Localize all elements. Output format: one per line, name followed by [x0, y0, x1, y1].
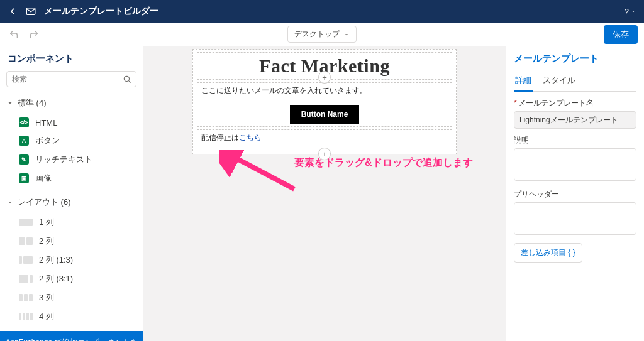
app-title: メールテンプレートビルダー: [44, 6, 158, 17]
builder-toolbar: デスクトップ 保存: [0, 23, 644, 46]
description-label: 説明: [514, 135, 636, 146]
section-layout-label: レイアウト (6): [18, 197, 71, 208]
html-icon: </>: [19, 117, 29, 127]
search-input[interactable]: [6, 71, 136, 87]
merge-fields-button[interactable]: 差し込み項目 { }: [514, 243, 582, 263]
email-unsubscribe-block[interactable]: 配信停止はこちら: [197, 129, 452, 146]
annotation-text: 要素をドラッグ&ドロップで追加します: [294, 156, 473, 170]
annotation-arrow-icon: [219, 150, 301, 194]
merge-fields-label: 差し込み項目 { }: [521, 247, 575, 258]
save-button[interactable]: 保存: [604, 25, 638, 44]
sidebar-title: コンポーネント: [0, 46, 143, 71]
list-item-label: 3 列: [39, 292, 54, 303]
chevron-down-icon: [6, 99, 14, 107]
components-sidebar: コンポーネント 標準 (4) </> HTML A ボタン ✎ リッチテキスト: [0, 46, 143, 341]
list-item-label: HTML: [35, 118, 57, 127]
layout-3col-icon: [19, 294, 33, 301]
layout-2col-icon: [19, 237, 33, 245]
unsubscribe-prefix: 配信停止は: [201, 133, 239, 142]
section-layout-toggle[interactable]: レイアウト (6): [0, 193, 143, 212]
list-item-label: 1 列: [39, 217, 54, 228]
unsubscribe-link[interactable]: こちら: [239, 133, 262, 142]
template-name-label: *メールテンプレート名: [514, 98, 636, 109]
tab-details[interactable]: 詳細: [514, 71, 533, 91]
back-icon[interactable]: [8, 6, 18, 16]
chevron-down-icon: [343, 31, 350, 38]
redo-button[interactable]: [26, 27, 42, 42]
email-body-text: ここに送りたいメールの文章を入れていきます。: [201, 86, 367, 95]
view-selector-label: デスクトップ: [294, 29, 340, 40]
component-image[interactable]: ▣ 画像: [0, 169, 143, 188]
layout-2col-3-1-icon: [19, 275, 33, 283]
layout-3col[interactable]: 3 列: [0, 288, 143, 307]
email-cta-button[interactable]: Button Name: [290, 105, 360, 124]
field-description: 説明: [514, 135, 636, 183]
mail-icon: [25, 6, 36, 17]
section-standard-toggle[interactable]: 標準 (4): [0, 94, 143, 112]
preheader-label: プリヘッダー: [514, 189, 636, 200]
tab-style[interactable]: スタイル: [541, 71, 577, 91]
list-item-label: ボタン: [35, 135, 60, 146]
list-item-label: 2 列: [39, 235, 54, 247]
template-name-input[interactable]: [514, 111, 636, 129]
view-selector[interactable]: デスクトップ: [287, 26, 357, 43]
list-item-label: リッチテキスト: [35, 154, 92, 165]
panel-tabs: 詳細 スタイル: [514, 71, 636, 92]
email-preview[interactable]: Fact Marketing + ここに送りたいメールの文章を入れていきます。 …: [192, 49, 457, 154]
appexchange-link[interactable]: AppExchange で追加コンポーネントを取得: [0, 331, 143, 341]
layout-2col-1-3-icon: [19, 256, 33, 264]
layout-2col-1-3[interactable]: 2 列 (1:3): [0, 251, 143, 269]
field-preheader: プリヘッダー: [514, 189, 636, 237]
properties-panel: メールテンプレート 詳細 スタイル *メールテンプレート名 説明 プリヘッダー …: [506, 46, 644, 341]
email-body-block[interactable]: ここに送りたいメールの文章を入れていきます。: [197, 82, 452, 99]
builder-canvas[interactable]: Fact Marketing + ここに送りたいメールの文章を入れていきます。 …: [143, 46, 506, 341]
global-header: メールテンプレートビルダー ?: [0, 0, 644, 23]
preheader-textarea[interactable]: [514, 202, 636, 235]
list-item-label: 2 列 (1:3): [39, 254, 73, 266]
image-component-icon: ▣: [19, 173, 29, 183]
undo-button[interactable]: [6, 27, 21, 42]
section-standard-label: 標準 (4): [18, 97, 47, 109]
layout-2col[interactable]: 2 列: [0, 232, 143, 251]
layout-4col[interactable]: 4 列: [0, 307, 143, 326]
help-menu[interactable]: ?: [625, 7, 636, 16]
component-search: [6, 71, 136, 87]
chevron-down-icon: [6, 198, 14, 206]
email-button-block[interactable]: Button Name: [197, 102, 452, 127]
component-button[interactable]: A ボタン: [0, 131, 143, 150]
richtext-icon: ✎: [19, 154, 29, 165]
button-component-icon: A: [19, 136, 29, 146]
add-component-button[interactable]: +: [318, 71, 331, 84]
svg-line-3: [230, 155, 294, 189]
layout-1col-icon: [19, 219, 33, 226]
help-icon-label: ?: [625, 7, 629, 16]
list-item-label: 2 列 (3:1): [39, 273, 73, 284]
description-textarea[interactable]: [514, 148, 636, 181]
layout-2col-3-1[interactable]: 2 列 (3:1): [0, 269, 143, 288]
component-html[interactable]: </> HTML: [0, 114, 143, 131]
layout-1col[interactable]: 1 列: [0, 213, 143, 232]
list-item-label: 画像: [35, 173, 52, 184]
component-richtext[interactable]: ✎ リッチテキスト: [0, 150, 143, 169]
chevron-down-icon: [630, 8, 636, 14]
list-item-label: 4 列: [39, 311, 54, 322]
panel-title: メールテンプレート: [514, 53, 636, 65]
layout-4col-icon: [19, 313, 33, 320]
field-template-name: *メールテンプレート名: [514, 98, 636, 129]
